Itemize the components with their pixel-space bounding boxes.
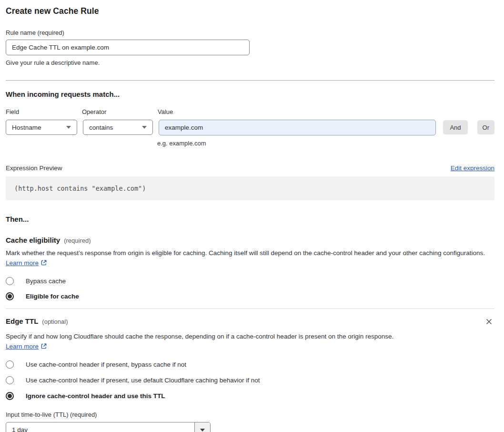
radio-selected-icon xyxy=(6,292,14,300)
cache-eligibility-header: Cache eligibility (required) xyxy=(6,236,494,244)
cache-eligibility-heading: Cache eligibility xyxy=(6,236,60,244)
radio-selected-icon xyxy=(6,392,14,400)
operator-column-label: Operator xyxy=(82,108,158,115)
value-example-help: e.g. example.com xyxy=(157,140,494,147)
radio-option-label: Use cache-control header if present, byp… xyxy=(26,361,186,368)
radio-option-label: Use cache-control header if present, use… xyxy=(26,377,260,384)
learn-more-link[interactable]: Learn more xyxy=(6,259,39,267)
chevron-down-icon xyxy=(142,126,147,129)
expression-code: (http.host contains "example.com") xyxy=(14,185,146,192)
page-title: Create new Cache Rule xyxy=(6,6,494,16)
ttl-label: Input time-to-live (TTL) (required) xyxy=(6,411,494,418)
edit-expression-link[interactable]: Edit expression xyxy=(451,165,494,172)
rule-name-label: Rule name (required) xyxy=(6,29,494,36)
and-button[interactable]: And xyxy=(443,120,467,134)
match-column-labels: Field Operator Value xyxy=(6,108,494,115)
radio-unselected-icon xyxy=(6,360,14,369)
expression-preview-header: Expression Preview Edit expression xyxy=(6,165,494,172)
value-input[interactable] xyxy=(159,120,436,135)
cache-eligibility-description-text: Mark whether the request’s response from… xyxy=(6,249,485,257)
cache-eligibility-description: Mark whether the request’s response from… xyxy=(6,248,488,268)
expression-preview-box: (http.host contains "example.com") xyxy=(6,176,494,200)
field-select-value: Hostname xyxy=(12,124,41,131)
edge-ttl-description: Specify if and how long Cloudflare shoul… xyxy=(6,331,402,351)
chevron-down-icon xyxy=(200,429,205,432)
edge-ttl-divider xyxy=(6,309,494,309)
ttl-select-dropdown-button[interactable] xyxy=(194,422,210,432)
ttl-select[interactable]: 1 day xyxy=(6,422,211,432)
radio-option-use-header-default[interactable]: Use cache-control header if present, use… xyxy=(6,376,494,384)
match-condition-row: Hostname contains And Or xyxy=(6,120,494,135)
expression-preview-label: Expression Preview xyxy=(6,165,62,172)
edge-ttl-heading-row: Edge TTL (optional) xyxy=(6,317,68,325)
rule-name-input[interactable] xyxy=(6,40,250,55)
cache-eligibility-options: Bypass cache Eligible for cache xyxy=(6,277,494,300)
learn-more-link[interactable]: Learn more xyxy=(6,343,39,350)
radio-option-eligible-for-cache[interactable]: Eligible for cache xyxy=(6,292,494,300)
radio-option-label: Eligible for cache xyxy=(26,293,79,300)
section-divider xyxy=(6,80,494,81)
field-column-label: Field xyxy=(6,108,82,115)
edge-ttl-heading: Edge TTL xyxy=(6,317,38,325)
field-select[interactable]: Hostname xyxy=(6,120,77,135)
close-icon xyxy=(485,318,493,325)
ttl-input-group: Input time-to-live (TTL) (required) 1 da… xyxy=(6,411,494,432)
edge-ttl-header: Edge TTL (optional) xyxy=(6,317,494,328)
value-column-label: Value xyxy=(158,108,173,115)
operator-select-value: contains xyxy=(89,124,113,131)
external-link-icon xyxy=(40,343,47,350)
or-button[interactable]: Or xyxy=(477,120,494,134)
chevron-down-icon xyxy=(66,126,71,129)
radio-option-use-header-bypass[interactable]: Use cache-control header if present, byp… xyxy=(6,360,494,369)
ttl-select-value: 1 day xyxy=(6,422,194,432)
radio-unselected-icon xyxy=(6,277,14,285)
radio-option-bypass-cache[interactable]: Bypass cache xyxy=(6,277,494,285)
then-heading: Then... xyxy=(6,215,494,223)
radio-option-label: Ignore cache-control header and use this… xyxy=(26,392,165,400)
radio-option-ignore-header-use-ttl[interactable]: Ignore cache-control header and use this… xyxy=(6,392,494,400)
operator-select[interactable]: contains xyxy=(83,120,153,135)
close-edge-ttl-button[interactable] xyxy=(484,317,494,328)
radio-option-label: Bypass cache xyxy=(26,278,66,285)
rule-name-group: Rule name (required) Give your rule a de… xyxy=(6,29,494,66)
rule-name-help: Give your rule a descriptive name. xyxy=(6,59,494,66)
radio-unselected-icon xyxy=(6,376,14,384)
edge-ttl-options: Use cache-control header if present, byp… xyxy=(6,360,494,400)
edge-ttl-description-text: Specify if and how long Cloudflare shoul… xyxy=(6,333,393,340)
match-heading: When incoming requests match... xyxy=(6,90,494,98)
required-tag: (required) xyxy=(64,237,91,244)
create-cache-rule-form: Create new Cache Rule Rule name (require… xyxy=(0,0,504,432)
optional-tag: (optional) xyxy=(42,318,68,325)
external-link-icon xyxy=(40,259,47,266)
